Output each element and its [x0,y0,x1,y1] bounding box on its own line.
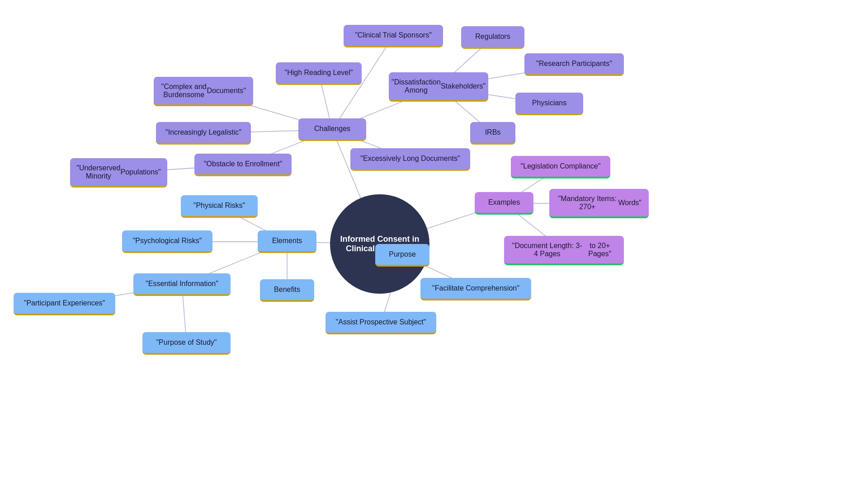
node-purpose-of-study[interactable]: "Purpose of Study" [142,332,231,355]
node-assist-prospective[interactable]: "Assist Prospective Subject" [326,312,436,334]
node-physicians[interactable]: Physicians [515,93,583,115]
node-regulators[interactable]: Regulators [461,26,524,49]
node-research-participants[interactable]: "Research Participants" [524,53,624,76]
node-high-reading-level[interactable]: "High Reading Level" [276,62,362,85]
node-benefits[interactable]: Benefits [260,279,314,302]
node-legislation-compliance[interactable]: "Legislation Compliance" [511,156,610,178]
node-challenges[interactable]: Challenges [298,118,366,141]
node-elements[interactable]: Elements [258,230,316,253]
node-facilitate-comprehension[interactable]: "Facilitate Comprehension" [420,278,531,300]
node-underserved[interactable]: "Underserved MinorityPopulations" [70,158,167,188]
node-psychological-risks[interactable]: "Psychological Risks" [122,230,212,253]
node-physical-risks[interactable]: "Physical Risks" [181,195,258,218]
node-mandatory-items[interactable]: "Mandatory Items: 270+Words" [549,189,649,218]
node-excessively-long[interactable]: "Excessively Long Documents" [350,148,470,171]
node-irbs[interactable]: IRBs [470,122,515,145]
node-purpose[interactable]: Purpose [375,244,429,267]
node-clinical-trial-sponsors[interactable]: "Clinical Trial Sponsors" [344,25,443,47]
node-complex-documents[interactable]: "Complex and BurdensomeDocuments" [154,77,253,106]
node-document-length[interactable]: "Document Length: 3-4 Pagesto 20+ Pages" [504,236,624,265]
node-essential-info[interactable]: "Essential Information" [133,273,231,296]
node-obstacle-enrollment[interactable]: "Obstacle to Enrollment" [194,154,292,176]
node-examples[interactable]: Examples [475,192,533,215]
node-participant-experiences[interactable]: "Participant Experiences" [14,293,115,315]
node-increasingly-legalistic[interactable]: "Increasingly Legalistic" [156,122,251,145]
node-dissatisfaction[interactable]: "Dissatisfaction AmongStakeholders" [389,72,488,102]
